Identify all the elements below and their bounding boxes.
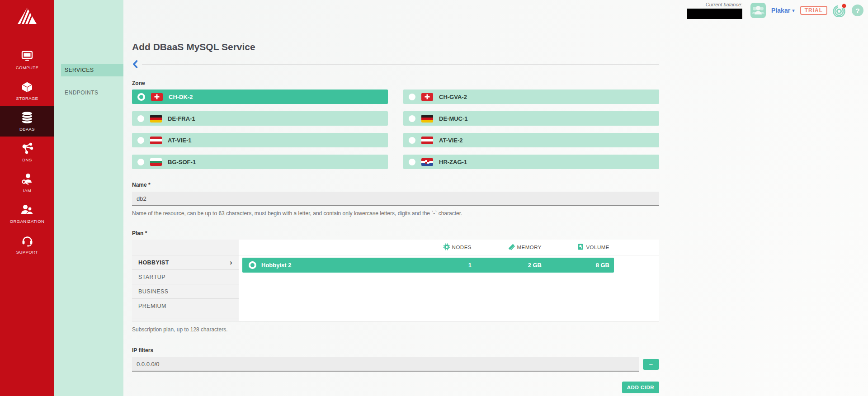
main-area: Add DBaaS MySQL Service Zone CH-DK-2 xyxy=(123,0,868,396)
add-cidr-button[interactable]: ADD CIDR xyxy=(622,382,659,393)
radio-checked-icon xyxy=(137,93,145,101)
user-key-icon xyxy=(21,172,33,186)
headset-icon xyxy=(21,234,33,247)
flag-ch-icon xyxy=(421,93,433,101)
name-label: Name * xyxy=(132,182,659,188)
zone-label: Zone xyxy=(132,80,659,86)
cpu-icon xyxy=(443,243,450,251)
plan-tabs: HOBBYIST › STARTUP BUSINESS PREMIUM xyxy=(132,240,239,321)
sidebar-item-label: ORGANIZATION xyxy=(10,219,44,224)
subnav-item-endpoints[interactable]: ENDPOINTS xyxy=(61,87,123,99)
plan-row-nodes-value: 1 xyxy=(417,262,472,269)
cidr-input[interactable] xyxy=(132,357,639,372)
memory-icon xyxy=(508,243,515,251)
radio-checked-icon xyxy=(249,261,256,269)
sidebar-item-label: STORAGE xyxy=(16,96,38,101)
disk-icon xyxy=(577,243,584,251)
plan-tab-partial xyxy=(132,313,239,319)
monitor-icon xyxy=(21,49,33,63)
radio-icon xyxy=(409,94,415,100)
name-help-text: Name of the resource, can be up to 63 ch… xyxy=(132,210,659,217)
subnav-item-services[interactable]: SERVICES xyxy=(61,64,123,76)
zone-option-hr-zag-1[interactable]: HR-ZAG-1 xyxy=(403,155,659,169)
cidr-entry-row: − xyxy=(132,357,659,372)
sidebar-item-label: IAM xyxy=(23,188,31,193)
plan-tab-startup[interactable]: STARTUP xyxy=(132,270,239,284)
sidebar-item-dns[interactable]: DNS xyxy=(0,137,54,167)
plan-tabs-header-spacer xyxy=(132,240,239,255)
flag-de-icon xyxy=(421,115,433,123)
radio-icon xyxy=(409,137,415,144)
radio-icon xyxy=(409,159,415,165)
radio-icon xyxy=(137,137,144,144)
sidebar-item-organization[interactable]: ORGANIZATION xyxy=(0,198,54,229)
plan-col-volume: VOLUME xyxy=(542,243,609,251)
app-window: COMPUTE STORAGE DBAAS DNS xyxy=(0,0,868,396)
plan-col-memory: MEMORY xyxy=(472,243,542,251)
back-row xyxy=(132,60,659,69)
plan-label: Plan * xyxy=(132,230,659,236)
sidebar-item-iam[interactable]: IAM xyxy=(0,167,54,198)
zone-option-ch-gva-2[interactable]: CH-GVA-2 xyxy=(403,90,659,104)
chevron-right-icon: › xyxy=(230,259,232,267)
zone-option-bg-sof-1[interactable]: BG-SOF-1 xyxy=(132,155,388,169)
plan-table: NODES MEMORY VOLUME xyxy=(239,240,659,321)
ip-filters-label: IP filters xyxy=(132,347,659,354)
zone-option-at-vie-2[interactable]: AT-VIE-2 xyxy=(403,133,659,147)
flag-at-icon xyxy=(150,137,162,144)
sidebar-item-label: DNS xyxy=(22,157,32,162)
remove-cidr-button[interactable]: − xyxy=(643,359,659,370)
sidebar-item-support[interactable]: SUPPORT xyxy=(0,229,54,259)
plan-row-hobbyist-2[interactable]: Hobbyist 2 1 2 GB 8 GB xyxy=(242,258,614,273)
sidebar-item-label: DBAAS xyxy=(19,127,35,132)
plan-row-memory-value: 2 GB xyxy=(472,262,542,269)
zone-option-de-fra-1[interactable]: DE-FRA-1 xyxy=(132,111,388,126)
plan-help-text: Subscription plan, up to 128 characters. xyxy=(132,326,659,333)
exoscale-logo-icon[interactable] xyxy=(17,5,38,27)
plan-row-volume-value: 8 GB xyxy=(542,262,609,269)
flag-hr-icon xyxy=(421,158,433,166)
sidebar-item-label: COMPUTE xyxy=(16,65,38,70)
sidebar-item-storage[interactable]: STORAGE xyxy=(0,75,54,106)
sidebar-item-compute[interactable]: COMPUTE xyxy=(0,44,54,75)
plan-rows: Hobbyist 2 1 2 GB 8 GB xyxy=(239,255,659,273)
plan-col-nodes: NODES xyxy=(417,243,472,251)
primary-sidebar: COMPUTE STORAGE DBAAS DNS xyxy=(0,0,54,396)
back-button[interactable] xyxy=(132,60,138,69)
divider xyxy=(142,64,659,65)
flag-bg-icon xyxy=(150,158,162,166)
plan-selector: HOBBYIST › STARTUP BUSINESS PREMIUM xyxy=(132,240,659,321)
page-title: Add DBaaS MySQL Service xyxy=(132,42,659,52)
sidebar-item-label: SUPPORT xyxy=(16,250,38,255)
flag-at-icon xyxy=(421,137,433,144)
zone-option-ch-dk-2[interactable]: CH-DK-2 xyxy=(132,90,388,104)
plan-table-header: NODES MEMORY VOLUME xyxy=(239,240,659,255)
people-icon xyxy=(20,203,34,217)
sidebar-item-dbaas[interactable]: DBAAS xyxy=(0,106,54,137)
network-icon xyxy=(21,141,33,155)
radio-icon xyxy=(137,159,144,165)
radio-icon xyxy=(137,115,144,122)
name-input[interactable] xyxy=(132,192,659,206)
zone-option-at-vie-1[interactable]: AT-VIE-1 xyxy=(132,133,388,147)
dbaas-subnav: SERVICES ENDPOINTS xyxy=(54,0,123,396)
plan-tab-hobbyist[interactable]: HOBBYIST › xyxy=(132,255,239,270)
plan-tab-premium[interactable]: PREMIUM xyxy=(132,299,239,313)
flag-ch-icon xyxy=(151,93,163,101)
plan-tab-business[interactable]: BUSINESS xyxy=(132,284,239,299)
cube-icon xyxy=(21,80,33,94)
sidebar-nav: COMPUTE STORAGE DBAAS DNS xyxy=(0,44,54,259)
flag-de-icon xyxy=(150,115,162,123)
zone-option-de-muc-1[interactable]: DE-MUC-1 xyxy=(403,111,659,126)
database-icon xyxy=(20,111,34,124)
radio-icon xyxy=(409,115,415,122)
zone-selector: CH-DK-2 CH-GVA-2 DE-FRA-1 DE-MUC-1 xyxy=(132,90,659,169)
